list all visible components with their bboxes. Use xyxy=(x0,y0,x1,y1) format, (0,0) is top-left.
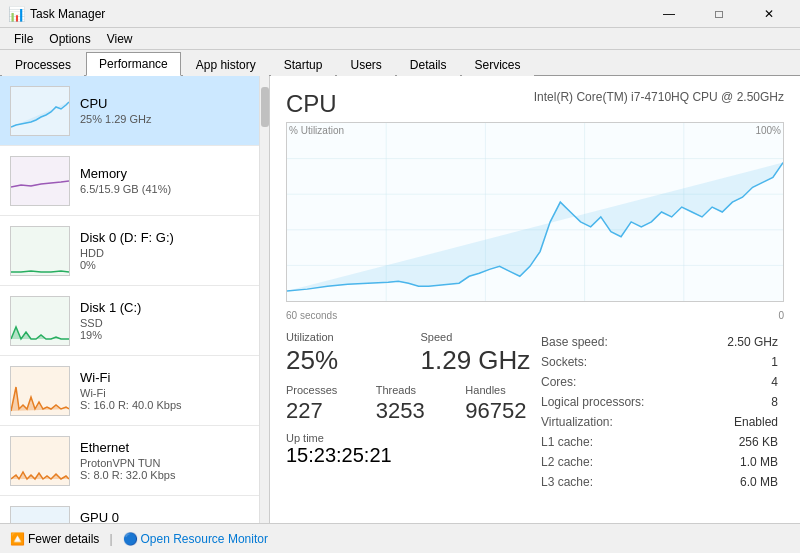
speed-stat: Speed 1.29 GHz xyxy=(421,331,536,376)
l3-label: L3 cache: xyxy=(537,473,696,491)
menu-options[interactable]: Options xyxy=(41,30,98,47)
disk1-sub1: SSD xyxy=(80,317,259,329)
gpu0-title: GPU 0 xyxy=(80,510,259,523)
content-title: CPU xyxy=(286,90,337,118)
utilization-stat: Utilization 25% xyxy=(286,331,401,376)
sidebar-item-gpu0[interactable]: GPU 0 Intel(R) HD Graphics 4600 6% xyxy=(0,496,269,523)
tab-processes[interactable]: Processes xyxy=(2,53,84,76)
sidebar: CPU 25% 1.29 GHz Memory 6.5/15.9 GB (41%… xyxy=(0,76,270,523)
open-resource-monitor-button[interactable]: 🔵 Open Resource Monitor xyxy=(123,532,268,546)
stats-row: Utilization 25% Speed 1.29 GHz Processes… xyxy=(286,331,784,493)
cpu-graph-svg xyxy=(287,123,783,301)
l2-label: L2 cache: xyxy=(537,453,696,471)
right-stats: Base speed: 2.50 GHz Sockets: 1 Cores: 4… xyxy=(535,331,784,493)
stat-row-sockets: Sockets: 1 xyxy=(537,353,782,371)
uptime-label: Up time xyxy=(286,432,535,444)
disk1-title: Disk 1 (C:) xyxy=(80,300,259,315)
cpu-mini-graph xyxy=(10,86,70,136)
threads-value: 3253 xyxy=(376,398,446,424)
speed-label: Speed xyxy=(421,331,536,343)
wifi-sub2: S: 16.0 R: 40.0 Kbps xyxy=(80,399,259,411)
utilization-label: Utilization xyxy=(286,331,401,343)
disk1-sub2: 19% xyxy=(80,329,259,341)
sidebar-item-disk1[interactable]: Disk 1 (C:) SSD 19% xyxy=(0,286,269,356)
sidebar-item-cpu[interactable]: CPU 25% 1.29 GHz xyxy=(0,76,269,146)
ethernet-mini-graph xyxy=(10,436,70,486)
tab-services[interactable]: Services xyxy=(462,53,534,76)
resource-monitor-icon: 🔵 xyxy=(123,532,138,546)
memory-mini-graph xyxy=(10,156,70,206)
threads-stat: Threads 3253 xyxy=(376,384,446,424)
sidebar-item-disk0[interactable]: Disk 0 (D: F: G:) HDD 0% xyxy=(0,216,269,286)
disk0-sub1: HDD xyxy=(80,247,259,259)
app-title: Task Manager xyxy=(30,7,646,21)
status-separator: | xyxy=(109,532,112,546)
stat-row-l2: L2 cache: 1.0 MB xyxy=(537,453,782,471)
stat-row-logical: Logical processors: 8 xyxy=(537,393,782,411)
speed-value: 1.29 GHz xyxy=(421,345,536,376)
right-stats-table: Base speed: 2.50 GHz Sockets: 1 Cores: 4… xyxy=(535,331,784,493)
uptime-section: Up time 15:23:25:21 xyxy=(286,432,535,467)
cpu-title: CPU xyxy=(80,96,259,111)
l1-value: 256 KB xyxy=(698,433,782,451)
handles-stat: Handles 96752 xyxy=(465,384,535,424)
stat-row-cores: Cores: 4 xyxy=(537,373,782,391)
wifi-mini-graph xyxy=(10,366,70,416)
logical-label: Logical processors: xyxy=(537,393,696,411)
basespeed-label: Base speed: xyxy=(537,333,696,351)
disk0-mini-graph xyxy=(10,226,70,276)
maximize-button[interactable]: □ xyxy=(696,0,742,28)
virtualization-label: Virtualization: xyxy=(537,413,696,431)
basespeed-value: 2.50 GHz xyxy=(698,333,782,351)
stat-row-l3: L3 cache: 6.0 MB xyxy=(537,473,782,491)
utilization-value: 25% xyxy=(286,345,401,376)
sidebar-item-wifi[interactable]: Wi-Fi Wi-Fi S: 16.0 R: 40.0 Kbps xyxy=(0,356,269,426)
sockets-value: 1 xyxy=(698,353,782,371)
handles-value: 96752 xyxy=(465,398,535,424)
tab-details[interactable]: Details xyxy=(397,53,460,76)
ethernet-sub2: S: 8.0 R: 32.0 Kbps xyxy=(80,469,259,481)
gpu0-mini-graph xyxy=(10,506,70,524)
l3-value: 6.0 MB xyxy=(698,473,782,491)
tab-users[interactable]: Users xyxy=(337,53,394,76)
memory-sub: 6.5/15.9 GB (41%) xyxy=(80,183,259,195)
graph-y-max: 100% xyxy=(755,125,781,136)
minimize-button[interactable]: — xyxy=(646,0,692,28)
graph-y-label: % Utilization xyxy=(289,125,344,136)
ethernet-info: Ethernet ProtonVPN TUN S: 8.0 R: 32.0 Kb… xyxy=(80,440,259,481)
stat-row-virtualization: Virtualization: Enabled xyxy=(537,413,782,431)
menu-file[interactable]: File xyxy=(6,30,41,47)
cores-value: 4 xyxy=(698,373,782,391)
main-content: CPU 25% 1.29 GHz Memory 6.5/15.9 GB (41%… xyxy=(0,76,800,523)
cpu-detail-panel: CPU Intel(R) Core(TM) i7-4710HQ CPU @ 2.… xyxy=(270,76,800,523)
sidebar-item-memory[interactable]: Memory 6.5/15.9 GB (41%) xyxy=(0,146,269,216)
processes-value: 227 xyxy=(286,398,356,424)
menu-bar: File Options View xyxy=(0,28,800,50)
cpu-graph-container: % Utilization 100% xyxy=(286,122,784,302)
stat-row-basespeed: Base speed: 2.50 GHz xyxy=(537,333,782,351)
fewer-details-label: Fewer details xyxy=(28,532,99,546)
tab-app-history[interactable]: App history xyxy=(183,53,269,76)
disk0-info: Disk 0 (D: F: G:) HDD 0% xyxy=(80,230,259,271)
uptime-value: 15:23:25:21 xyxy=(286,444,535,467)
wifi-info: Wi-Fi Wi-Fi S: 16.0 R: 40.0 Kbps xyxy=(80,370,259,411)
memory-info: Memory 6.5/15.9 GB (41%) xyxy=(80,166,259,195)
disk0-sub2: 0% xyxy=(80,259,259,271)
menu-view[interactable]: View xyxy=(99,30,141,47)
chevron-up-icon: 🔼 xyxy=(10,532,25,546)
tab-performance[interactable]: Performance xyxy=(86,52,181,76)
sidebar-item-ethernet[interactable]: Ethernet ProtonVPN TUN S: 8.0 R: 32.0 Kb… xyxy=(0,426,269,496)
cores-label: Cores: xyxy=(537,373,696,391)
cpu-sub: 25% 1.29 GHz xyxy=(80,113,259,125)
wifi-title: Wi-Fi xyxy=(80,370,259,385)
disk1-mini-graph xyxy=(10,296,70,346)
status-bar: 🔼 Fewer details | 🔵 Open Resource Monito… xyxy=(0,523,800,553)
l1-label: L1 cache: xyxy=(537,433,696,451)
open-monitor-label: Open Resource Monitor xyxy=(141,532,268,546)
cpu-info: CPU 25% 1.29 GHz xyxy=(80,96,259,125)
sidebar-scrollbar[interactable] xyxy=(259,76,269,523)
window-controls: — □ ✕ xyxy=(646,0,792,28)
tab-startup[interactable]: Startup xyxy=(271,53,336,76)
close-button[interactable]: ✕ xyxy=(746,0,792,28)
fewer-details-button[interactable]: 🔼 Fewer details xyxy=(10,532,99,546)
